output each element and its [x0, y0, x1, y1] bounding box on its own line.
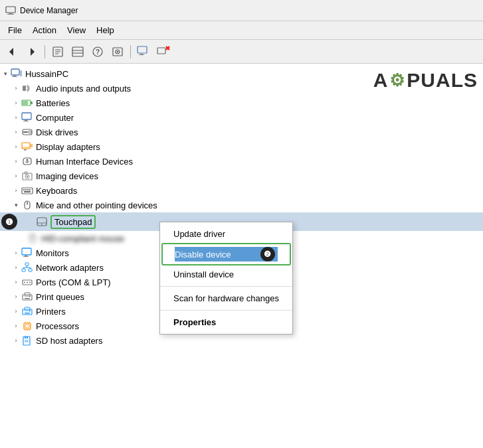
keyboards-expand-icon: › — [11, 185, 21, 196]
mice-icon — [21, 199, 33, 211]
sdhost-label: SD host adapters — [36, 336, 102, 346]
svg-rect-31 — [22, 113, 31, 119]
tree-item-display[interactable]: › Display adapters — [0, 139, 483, 154]
tree-item-computer[interactable]: › Computer — [0, 110, 483, 125]
mouse2-label: HID-compliant mouse — [41, 234, 124, 244]
imaging-icon — [21, 170, 33, 182]
ctx-separator-2 — [160, 310, 292, 311]
svg-rect-19 — [139, 54, 144, 55]
back-icon — [7, 46, 17, 57]
main-area: ▾ HussainPC › Audi — [0, 64, 483, 448]
watermark-a: A — [373, 69, 389, 92]
watermark: A ⚙ PUALS — [373, 69, 478, 92]
show-hidden-button[interactable] — [108, 43, 127, 60]
svg-rect-37 — [22, 143, 30, 149]
ports-expand-icon: › — [11, 277, 21, 287]
svg-rect-77 — [23, 295, 32, 300]
computer-expand-icon: › — [11, 112, 21, 123]
ctx-scan-changes[interactable]: Scan for hardware changes — [160, 289, 292, 307]
ctx-uninstall-device[interactable]: Uninstall device — [160, 265, 292, 283]
forward-button[interactable] — [23, 43, 41, 60]
batteries-icon — [21, 97, 33, 109]
svg-point-76 — [29, 282, 31, 283]
hid-label: Human Interface Devices — [36, 157, 133, 167]
audio-icon — [21, 82, 33, 94]
touchpad-icon — [36, 216, 48, 228]
toolbar: ? — [0, 40, 483, 64]
svg-rect-49 — [22, 188, 33, 194]
root-expand-icon: ▾ — [0, 68, 11, 79]
tree-item-hid[interactable]: › Human Interface Devices — [0, 154, 483, 169]
ctx-update-driver[interactable]: Update driver — [160, 225, 292, 243]
menu-help[interactable]: Help — [91, 24, 120, 37]
svg-rect-29 — [31, 102, 33, 104]
svg-rect-25 — [12, 76, 17, 77]
svg-rect-66 — [25, 263, 29, 265]
badge-one: ❶ — [1, 214, 17, 230]
properties-button[interactable] — [48, 43, 67, 60]
monitor-button[interactable] — [134, 43, 153, 60]
back-button[interactable] — [3, 43, 21, 60]
show-hidden-icon — [112, 46, 124, 58]
network-label: Network adapters — [36, 263, 104, 273]
svg-rect-94 — [25, 336, 26, 338]
svg-point-48 — [27, 176, 28, 177]
svg-rect-36 — [23, 131, 28, 133]
processors-icon — [21, 320, 33, 332]
context-menu: Update driver Disable device ❷ Uninstall… — [159, 222, 293, 335]
svg-rect-67 — [22, 269, 25, 271]
processors-label: Processors — [36, 321, 79, 331]
computer-icon — [11, 68, 23, 80]
device-error-icon — [157, 46, 170, 58]
list-icon — [72, 46, 84, 58]
svg-rect-17 — [138, 46, 147, 53]
watermark-puals: PUALS — [407, 69, 478, 92]
title-bar-title: Device Manager — [20, 6, 78, 15]
list-view-button[interactable] — [68, 43, 87, 60]
forward-icon — [27, 46, 37, 57]
ctx-properties[interactable]: Properties — [160, 313, 292, 331]
svg-point-74 — [24, 282, 25, 283]
svg-rect-63 — [22, 248, 31, 255]
svg-rect-0 — [6, 7, 15, 13]
svg-rect-9 — [72, 47, 83, 56]
svg-rect-26 — [20, 70, 22, 76]
device-error-button[interactable] — [154, 43, 173, 60]
menu-action[interactable]: Action — [27, 24, 62, 37]
tree-item-disk[interactable]: › Disk drives — [0, 125, 483, 139]
tree-item-sdhost[interactable]: › SD host adapters — [0, 333, 483, 348]
ctx-disable-label: Disable device — [175, 250, 231, 260]
svg-point-75 — [27, 282, 28, 283]
svg-rect-79 — [25, 298, 30, 299]
imaging-expand-icon: › — [11, 171, 21, 181]
tree-item-imaging[interactable]: › Imaging devices — [0, 169, 483, 183]
monitor-icon — [137, 46, 150, 58]
hid-expand-icon: › — [11, 156, 21, 167]
svg-rect-86 — [25, 325, 29, 328]
ctx-disable-device[interactable]: Disable device ❷ — [175, 247, 278, 261]
computer-icon-item — [21, 112, 33, 123]
mice-expand-icon: ▾ — [11, 200, 21, 210]
monitors-icon — [21, 247, 33, 259]
batteries-expand-icon: › — [11, 98, 21, 108]
help-icon: ? — [92, 46, 104, 58]
menu-file[interactable]: File — [3, 24, 27, 37]
imaging-label: Imaging devices — [36, 171, 98, 181]
svg-point-16 — [117, 50, 118, 52]
tree-item-keyboards[interactable]: › Keyboards — [0, 183, 483, 198]
mice-label: Mice and other pointing devices — [36, 200, 157, 210]
touchpad-label: Touchpad — [50, 215, 96, 229]
svg-point-84 — [29, 311, 31, 312]
ports-icon — [21, 276, 33, 288]
svg-point-57 — [27, 202, 28, 204]
network-expand-icon: › — [11, 262, 21, 273]
menu-bar: File Action View Help — [0, 21, 483, 40]
help-button[interactable]: ? — [88, 43, 107, 60]
printers-icon — [21, 305, 33, 317]
tree-item-batteries[interactable]: › Batteries — [0, 96, 483, 110]
menu-view[interactable]: View — [62, 24, 91, 37]
display-label: Display adapters — [36, 142, 100, 152]
tree-item-mice[interactable]: ▾ Mice and other pointing devices — [0, 198, 483, 212]
svg-rect-40 — [31, 144, 33, 147]
svg-point-35 — [29, 131, 31, 133]
